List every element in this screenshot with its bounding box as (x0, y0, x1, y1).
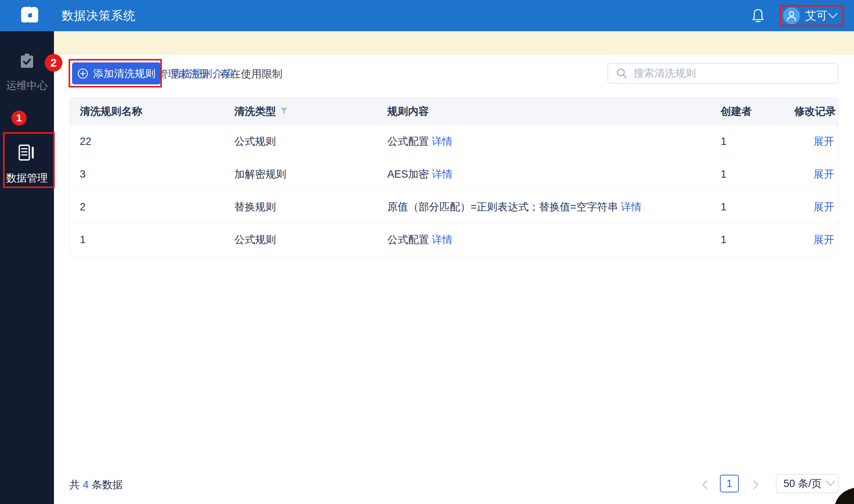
rule-name: 22 (80, 136, 234, 148)
app-header: 数据决策系统 艾可 (0, 0, 854, 31)
table-row[interactable]: 2 替换规则 原值（部分匹配）=正则表达式；替换值=空字符串 详情 1 展开 (70, 190, 838, 223)
col-header-creator: 创建者 (721, 104, 794, 118)
rule-content: 原值（部分匹配）=正则表达式；替换值=空字符串 详情 (387, 200, 721, 214)
rule-content: AES加密 详情 (387, 167, 721, 181)
table-row[interactable]: 3 加解密规则 AES加密 详情 1 展开 (70, 158, 838, 190)
detail-link[interactable]: 详情 (432, 136, 453, 147)
rule-content: 公式配置 详情 (387, 233, 721, 247)
annotation-step-1: 1 (12, 111, 27, 126)
cleaning-rules-table: 清洗规则名称 清洗类型 规则内容 创建者 修改记录 22 公式规则 公式配置 详… (69, 97, 839, 256)
rule-name: 1 (80, 234, 234, 246)
expand-link[interactable]: 展开 (814, 234, 834, 245)
rule-name: 2 (80, 201, 234, 213)
expand-link[interactable]: 展开 (814, 168, 834, 180)
table-header-row: 清洗规则名称 清洗类型 规则内容 创建者 修改记录 (70, 98, 838, 125)
notification-bell-icon[interactable] (751, 8, 765, 23)
mouse-cursor (829, 487, 854, 504)
rule-creator: 1 (721, 168, 794, 180)
app-logo-icon (19, 5, 40, 26)
expand-link[interactable]: 展开 (814, 201, 834, 213)
pagination-next-icon[interactable] (748, 478, 762, 492)
annotation-rect-add-button (69, 59, 162, 87)
cleaning-rule-intro-link[interactable]: 清洗规则介绍 (171, 63, 233, 84)
detail-link[interactable]: 详情 (621, 201, 642, 213)
rule-content: 公式配置 详情 (387, 134, 721, 148)
clipboard-check-icon (20, 53, 34, 69)
rule-type: 替换规则 (234, 200, 387, 214)
rule-type: 公式规则 (234, 134, 387, 148)
chevron-down-icon (825, 480, 836, 487)
detail-link[interactable]: 详情 (432, 168, 453, 180)
total-count-text: 共4条数据 (69, 474, 123, 495)
col-header-history: 修改记录 (794, 104, 839, 118)
rule-type: 加解密规则 (234, 167, 387, 181)
sidebar: 运维中心 数据管理 (0, 31, 54, 504)
col-header-name: 清洗规则名称 (80, 104, 234, 118)
annotation-rect-user (780, 5, 844, 26)
rule-type: 公式规则 (234, 233, 387, 247)
rule-creator: 1 (721, 234, 794, 246)
expand-link[interactable]: 展开 (814, 136, 834, 147)
pagination-current-page[interactable]: 1 (720, 475, 739, 492)
filter-icon[interactable] (280, 107, 288, 116)
page-size-value: 50 条/页 (783, 477, 822, 491)
col-header-content: 规则内容 (387, 104, 721, 118)
search-box (607, 63, 839, 84)
search-icon (616, 67, 627, 79)
search-input[interactable] (633, 67, 832, 80)
annotation-rect-data-management (3, 132, 55, 188)
table-row[interactable]: 22 公式规则 公式配置 详情 1 展开 (70, 125, 838, 158)
table-row[interactable]: 1 公式规则 公式配置 详情 1 展开 (70, 223, 838, 256)
rule-name: 3 (80, 168, 234, 180)
total-count-number: 4 (80, 479, 92, 491)
rule-creator: 1 (721, 201, 794, 213)
sidebar-item-label: 运维中心 (0, 79, 54, 92)
app-root: { "header": { "title": "数据决策系统", "user_n… (0, 0, 854, 504)
pagination-prev-icon[interactable] (698, 478, 712, 492)
annotation-step-2: 2 (45, 54, 62, 72)
col-header-type: 清洗类型 (234, 104, 387, 118)
warning-banner: ! 数据管理未注册，存在使用限制 (54, 31, 854, 55)
page-title: 数据决策系统 (62, 0, 136, 31)
detail-link[interactable]: 详情 (432, 234, 453, 245)
rule-creator: 1 (721, 136, 794, 148)
